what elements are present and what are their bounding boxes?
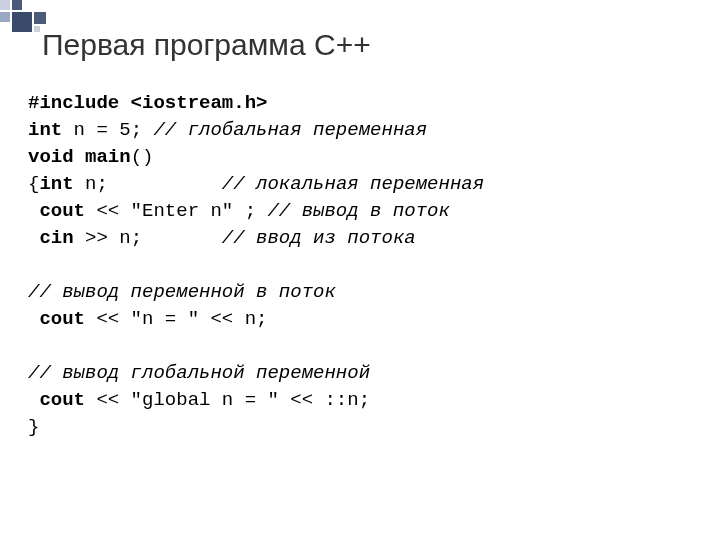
code-listing: #include <iostream.h> int n = 5; // глоб…: [28, 90, 484, 441]
page-title: Первая программа С++: [42, 28, 371, 62]
code-comment: // глобальная переменная: [153, 119, 427, 141]
code-keyword: cout: [39, 389, 85, 411]
code-keyword: cout: [39, 308, 85, 330]
code-text: }: [28, 416, 39, 438]
code-text: >> n;: [74, 227, 222, 249]
code-text: << "Enter n" ;: [85, 200, 267, 222]
code-comment: // вывод переменной в поток: [28, 281, 336, 303]
code-text: [28, 308, 39, 330]
code-text: <iostream.h>: [119, 92, 267, 114]
code-text: [28, 200, 39, 222]
code-text: (): [131, 146, 154, 168]
code-text: n;: [74, 173, 222, 195]
code-comment: // ввод из потока: [222, 227, 416, 249]
code-text: [28, 227, 39, 249]
code-text: << "global n = " << ::n;: [85, 389, 370, 411]
code-keyword: cin: [39, 227, 73, 249]
code-keyword: void main: [28, 146, 131, 168]
code-text: n = 5;: [62, 119, 153, 141]
code-keyword: int: [28, 119, 62, 141]
code-keyword: cout: [39, 200, 85, 222]
code-keyword: int: [39, 173, 73, 195]
code-text: << "n = " << n;: [85, 308, 267, 330]
code-keyword: #include: [28, 92, 119, 114]
code-comment: // локальная переменная: [222, 173, 484, 195]
code-text: {: [28, 173, 39, 195]
code-comment: // вывод в поток: [267, 200, 449, 222]
code-text: [28, 389, 39, 411]
code-comment: // вывод глобальной переменной: [28, 362, 370, 384]
